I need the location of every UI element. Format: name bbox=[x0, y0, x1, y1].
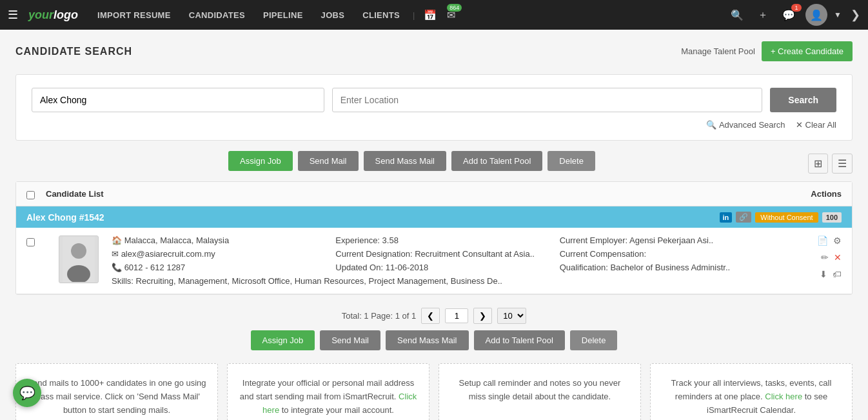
chat-bubble[interactable]: 💬 bbox=[13, 379, 41, 407]
send-mail-button-top[interactable]: Send Mail bbox=[298, 151, 359, 171]
top-action-buttons: Assign Job Send Mail Send Mass Mail Add … bbox=[15, 151, 808, 171]
close-icon[interactable]: ✕ bbox=[834, 252, 842, 263]
calendar-icon-btn[interactable]: 📅 bbox=[420, 6, 440, 24]
phone-icon: 📞 bbox=[112, 263, 124, 272]
logo: yourlogo bbox=[28, 8, 78, 22]
row-checkbox-col bbox=[26, 235, 46, 286]
candidate-skills: Skills: Recruiting, Management, Microsof… bbox=[112, 276, 773, 286]
actions-header: Actions bbox=[784, 189, 842, 199]
add-icon-btn[interactable]: ＋ bbox=[754, 6, 772, 25]
send-mass-mail-button-bottom[interactable]: Send Mass Mail bbox=[386, 330, 468, 350]
score-badge: 100 bbox=[822, 212, 842, 223]
hamburger-icon[interactable]: ☰ bbox=[8, 8, 18, 22]
manage-talent-pool-link[interactable]: Manage Talent Pool bbox=[681, 46, 755, 56]
nav-right: 🔍 ＋ 💬 1 👤 ▼ ❯ bbox=[727, 4, 860, 26]
search-icon: 🔍 bbox=[731, 10, 744, 21]
edit-icon[interactable]: ✏ bbox=[821, 252, 829, 263]
info-card-3: Track your all interviews, tasks, events… bbox=[650, 363, 853, 420]
candidate-badges: in 🔗 Without Consent 100 bbox=[720, 212, 842, 223]
name-search-input[interactable] bbox=[32, 88, 324, 112]
download-icon[interactable]: ⬇ bbox=[820, 269, 827, 279]
chat-icon-btn[interactable]: 💬 1 bbox=[778, 6, 799, 24]
page-header: CANDIDATE SEARCH Manage Talent Pool + Cr… bbox=[15, 41, 853, 61]
notification-icon-btn[interactable]: ✉ 864 bbox=[443, 6, 459, 24]
search-small-icon: 🔍 bbox=[706, 120, 716, 130]
delete-button-top[interactable]: Delete bbox=[547, 151, 595, 171]
user-chevron-icon[interactable]: ▼ bbox=[834, 10, 842, 19]
view-toggle: ⊞ ☰ bbox=[808, 154, 853, 174]
pagination-total: Total: 1 Page: 1 of 1 bbox=[342, 311, 417, 321]
location-search-input[interactable] bbox=[332, 88, 763, 112]
calendar-link[interactable]: Click here bbox=[765, 392, 802, 401]
nav-pipeline[interactable]: PIPELINE bbox=[255, 6, 311, 24]
prev-page-button[interactable]: ❮ bbox=[421, 308, 440, 324]
email-icon: ✉ bbox=[112, 249, 121, 259]
consent-badge: Without Consent bbox=[755, 212, 818, 223]
detail-grid: 🏠 Malacca, Malacca, Malaysia Experience:… bbox=[112, 235, 773, 272]
search-icon-btn[interactable]: 🔍 bbox=[727, 6, 747, 24]
collapse-icon[interactable]: ❯ bbox=[851, 8, 860, 22]
delete-button-bottom[interactable]: Delete bbox=[570, 330, 618, 350]
table-row: Alex Chong #1542 in 🔗 Without Consent 10… bbox=[16, 206, 852, 294]
send-mass-mail-button-top[interactable]: Send Mass Mail bbox=[364, 151, 446, 171]
chat-badge: 1 bbox=[791, 4, 802, 12]
svg-point-1 bbox=[71, 243, 86, 259]
top-navbar: ☰ yourlogo IMPORT RESUME CANDIDATES PIPE… bbox=[0, 0, 868, 30]
user-avatar[interactable]: 👤 bbox=[805, 4, 827, 26]
nav-clients[interactable]: CLIENTS bbox=[355, 6, 408, 24]
action-icons-row-2: ✏ ✕ bbox=[821, 252, 842, 263]
plus-icon: ＋ bbox=[758, 9, 768, 20]
create-candidate-button[interactable]: + Create Candidate bbox=[762, 41, 853, 61]
page-number-input[interactable]: 1 bbox=[445, 308, 468, 323]
linkedin-badge: in bbox=[720, 212, 733, 223]
next-page-button[interactable]: ❯ bbox=[473, 308, 492, 324]
candidate-employer: Current Employer: Agensi Pekerjaan Asi.. bbox=[560, 235, 773, 245]
settings-icon[interactable]: ⚙ bbox=[833, 235, 842, 246]
chat-bubble-icon: 💬 bbox=[19, 385, 35, 401]
tag-icon[interactable]: 🏷 bbox=[833, 269, 842, 279]
grid-view-button[interactable]: ⊞ bbox=[808, 154, 828, 174]
page-size-select[interactable]: 10 25 50 bbox=[497, 308, 526, 324]
nav-import-resume[interactable]: IMPORT RESUME bbox=[90, 6, 179, 24]
nav-divider: | bbox=[413, 10, 415, 20]
list-view-button[interactable]: ☰ bbox=[832, 154, 853, 174]
info-card-2: Setup call reminder and notes so you nev… bbox=[439, 363, 641, 420]
search-area: Search 🔍 Advanced Search ✕ Clear All bbox=[15, 74, 853, 141]
bottom-action-buttons: Assign Job Send Mail Send Mass Mail Add … bbox=[15, 330, 853, 350]
nav-candidates[interactable]: CANDIDATES bbox=[181, 6, 253, 24]
send-mail-button-bottom[interactable]: Send Mail bbox=[320, 330, 380, 350]
pagination: Total: 1 Page: 1 of 1 ❮ 1 ❯ 10 25 50 bbox=[15, 301, 853, 330]
extra-badge: 🔗 bbox=[736, 212, 751, 223]
action-icons-row-3: ⬇ 🏷 bbox=[820, 269, 842, 279]
add-talent-pool-button-top[interactable]: Add to Talent Pool bbox=[451, 151, 542, 171]
document-icon[interactable]: 📄 bbox=[817, 235, 828, 246]
assign-job-button-bottom[interactable]: Assign Job bbox=[251, 330, 315, 350]
candidate-list-header: Candidate List bbox=[46, 189, 784, 199]
search-options: 🔍 Advanced Search ✕ Clear All bbox=[32, 120, 836, 130]
search-button[interactable]: Search bbox=[770, 88, 836, 112]
candidate-phone: 📞 6012 - 612 1287 bbox=[112, 263, 325, 272]
info-card-0: Send mails to 1000+ candidates in one go… bbox=[15, 363, 218, 420]
main-content: CANDIDATE SEARCH Manage Talent Pool + Cr… bbox=[0, 30, 868, 420]
nav-jobs[interactable]: JOBS bbox=[313, 6, 353, 24]
select-all-checkbox[interactable] bbox=[26, 191, 35, 199]
notification-badge: 864 bbox=[447, 4, 462, 12]
candidate-avatar bbox=[59, 235, 99, 283]
header-actions: Manage Talent Pool + Create Candidate bbox=[681, 41, 853, 61]
candidate-name[interactable]: Alex Chong #1542 bbox=[26, 212, 713, 223]
row-checkbox[interactable] bbox=[26, 238, 35, 246]
candidate-details: 🏠 Malacca, Malacca, Malaysia Experience:… bbox=[112, 235, 773, 286]
info-cards: Send mails to 1000+ candidates in one go… bbox=[15, 363, 853, 420]
assign-job-button-top[interactable]: Assign Job bbox=[228, 151, 293, 171]
table-header: Candidate List Actions bbox=[16, 182, 852, 206]
candidate-updated: Updated On: 11-06-2018 bbox=[335, 263, 549, 272]
clear-icon: ✕ bbox=[796, 120, 803, 130]
candidate-experience: Experience: 3.58 bbox=[335, 235, 549, 245]
candidate-designation: Current Designation: Recruitment Consult… bbox=[335, 249, 549, 259]
add-talent-pool-button-bottom[interactable]: Add to Talent Pool bbox=[474, 330, 565, 350]
candidate-qualification: Qualification: Bachelor of Business Admi… bbox=[560, 263, 773, 272]
nav-menu: IMPORT RESUME CANDIDATES PIPELINE JOBS C… bbox=[90, 6, 722, 24]
clear-all-link[interactable]: ✕ Clear All bbox=[796, 120, 836, 130]
row-actions: 📄 ⚙ ✏ ✕ ⬇ 🏷 bbox=[784, 235, 842, 286]
advanced-search-link[interactable]: 🔍 Advanced Search bbox=[706, 120, 785, 130]
